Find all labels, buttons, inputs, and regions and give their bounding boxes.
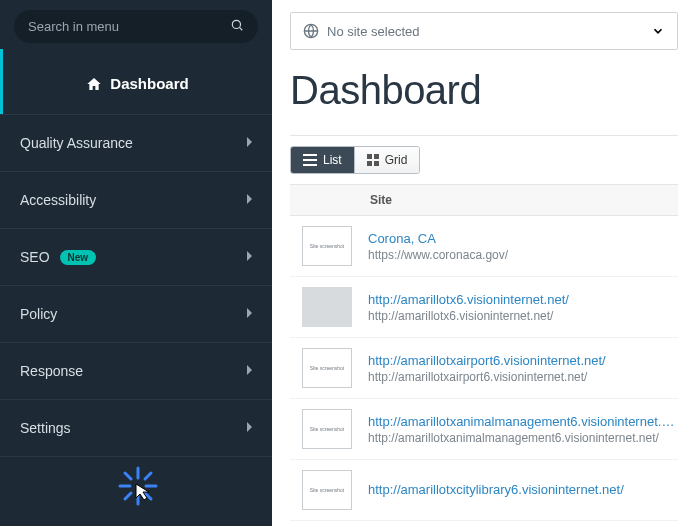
site-url: http://amarillotxairport6.visioninternet…	[368, 370, 606, 384]
table-row[interactable]: http://amarillotx6.visioninternet.net/ h…	[290, 277, 678, 338]
view-grid-button[interactable]: Grid	[354, 147, 420, 173]
search-icon	[230, 18, 244, 35]
sidebar-item-label: Policy	[20, 306, 57, 322]
svg-rect-9	[374, 161, 379, 166]
site-url: http://amarillotxanimalmanagement6.visio…	[368, 431, 678, 445]
view-list-label: List	[323, 153, 342, 167]
chevron-right-icon	[246, 307, 254, 322]
site-link[interactable]: http://amarillotx6.visioninternet.net/	[368, 292, 569, 307]
site-thumbnail: Site screenshot	[302, 470, 352, 510]
site-thumbnail	[302, 287, 352, 327]
dashboard-label: Dashboard	[110, 75, 188, 92]
sidebar-item-seo[interactable]: SEO New	[0, 228, 272, 285]
list-icon	[303, 154, 317, 166]
sidebar-item-label: Response	[20, 363, 83, 379]
sidebar-item-settings[interactable]: Settings	[0, 399, 272, 457]
site-thumbnail: Site screenshot	[302, 226, 352, 266]
site-selector-label: No site selected	[327, 24, 420, 39]
search-input[interactable]	[28, 19, 230, 34]
table-header-site: Site	[370, 193, 392, 207]
sidebar-item-response[interactable]: Response	[0, 342, 272, 399]
home-icon	[86, 76, 102, 92]
site-link[interactable]: http://amarillotxcitylibrary6.visioninte…	[368, 482, 624, 497]
view-toggle-toolbar: List Grid	[290, 135, 678, 184]
table-header: Site	[290, 185, 678, 216]
badge-new: New	[60, 250, 97, 265]
site-url: https://www.coronaca.gov/	[368, 248, 508, 262]
sidebar: Dashboard Quality Assurance Accessibilit…	[0, 0, 272, 526]
chevron-down-icon	[651, 24, 665, 38]
chevron-right-icon	[246, 136, 254, 151]
table-row[interactable]: Site screenshot http://amarillotxanimalm…	[290, 399, 678, 460]
search-box[interactable]	[14, 10, 258, 43]
sidebar-item-label: SEO	[20, 249, 50, 265]
table-row[interactable]: Site screenshot Corona, CA https://www.c…	[290, 216, 678, 277]
chevron-right-icon	[246, 364, 254, 379]
chevron-right-icon	[246, 193, 254, 208]
sidebar-item-policy[interactable]: Policy	[0, 285, 272, 342]
chevron-right-icon	[246, 250, 254, 265]
view-grid-label: Grid	[385, 153, 408, 167]
table-row[interactable]: Site screenshot http://amarillotxcitylib…	[290, 460, 678, 521]
svg-point-0	[232, 20, 240, 28]
sidebar-item-accessibility[interactable]: Accessibility	[0, 171, 272, 228]
sidebar-item-label: Accessibility	[20, 192, 96, 208]
svg-rect-5	[303, 164, 317, 166]
sidebar-item-dashboard[interactable]: Dashboard	[0, 49, 272, 114]
site-link[interactable]: Corona, CA	[368, 231, 508, 246]
table-row[interactable]: Site screenshot http://amarillotxairport…	[290, 338, 678, 399]
main-content: No site selected Dashboard List	[272, 0, 696, 526]
site-url: http://amarillotx6.visioninternet.net/	[368, 309, 569, 323]
svg-rect-7	[374, 154, 379, 159]
site-link[interactable]: http://amarillotxairport6.visioninternet…	[368, 353, 606, 368]
svg-rect-4	[303, 159, 317, 161]
svg-rect-8	[367, 161, 372, 166]
view-list-button[interactable]: List	[291, 147, 354, 173]
grid-icon	[367, 154, 379, 166]
sidebar-item-quality-assurance[interactable]: Quality Assurance	[0, 114, 272, 171]
site-thumbnail: Site screenshot	[302, 409, 352, 449]
site-selector[interactable]: No site selected	[290, 12, 678, 50]
site-thumbnail: Site screenshot	[302, 348, 352, 388]
svg-rect-3	[303, 154, 317, 156]
sidebar-item-label: Quality Assurance	[20, 135, 133, 151]
site-link[interactable]: http://amarillotxanimalmanagement6.visio…	[368, 414, 678, 429]
svg-line-1	[240, 28, 243, 31]
chevron-right-icon	[246, 421, 254, 436]
site-table: Site Site screenshot Corona, CA https://…	[290, 184, 678, 521]
globe-icon	[303, 23, 319, 39]
svg-rect-6	[367, 154, 372, 159]
sidebar-item-label: Settings	[20, 420, 71, 436]
page-title: Dashboard	[290, 68, 678, 113]
